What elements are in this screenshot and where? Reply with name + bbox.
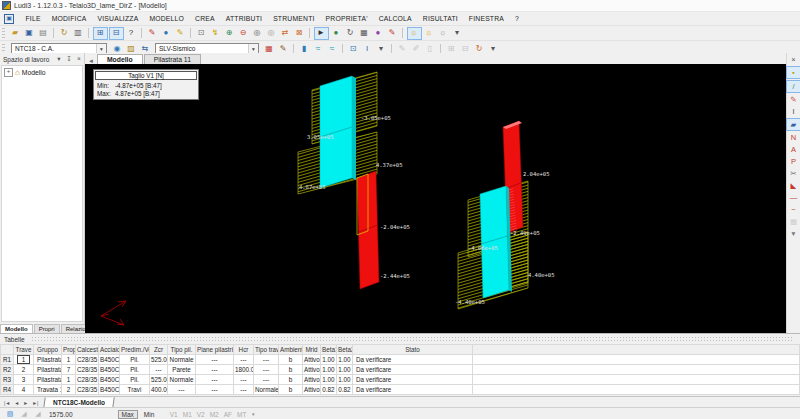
cell-mrid[interactable]: Attivo [303,375,321,385]
cell-gruppo[interactable]: Pilastrata 3 [34,375,62,385]
row-header[interactable]: R3 [1,375,14,385]
menu-visualizza[interactable]: VISUALIZZA [92,15,144,22]
row-header[interactable]: R1 [1,355,14,365]
column-header-zcr[interactable]: Zcr [150,345,168,355]
sheet-nav-3-icon[interactable]: ►| [30,400,40,406]
cell-gruppo[interactable]: Pilastrata 2 [34,365,62,375]
menu-file[interactable]: FILE [20,15,46,22]
column-header-calcestr[interactable]: Calcestr. [76,345,99,355]
cell-acciaio[interactable]: B450C [99,365,120,375]
pan-icon[interactable]: ⇄ [279,27,292,39]
pen-icon[interactable]: ✎ [146,27,159,39]
cell-piane-pilastri[interactable]: --- [196,355,234,365]
help-cursor-icon[interactable]: ? [125,27,138,39]
cell-tipo-trave[interactable]: --- [254,375,279,385]
cell-beta2[interactable]: 1.00 [337,355,353,365]
open-icon[interactable]: ▰ [9,27,22,39]
menu-modello[interactable]: MODELLO [144,15,190,22]
cell-acciaio[interactable]: B450C [99,375,120,385]
magnifier-minus-icon[interactable]: ◎ [265,27,278,39]
toolbar-grip[interactable] [2,28,5,38]
pointer-icon[interactable]: ► [314,27,329,40]
column-header-tipo-pil[interactable]: Tipo pil. [168,345,196,355]
row-header[interactable]: R2 [1,365,14,375]
cell-gruppo[interactable]: Pilastrata 1 [34,355,62,365]
cell-predim-ver[interactable]: Pil. [120,365,150,375]
label-a-icon[interactable]: A [787,144,800,155]
status-toggle-v1[interactable]: V1 [170,411,178,418]
cell-trave[interactable]: 3 [14,375,34,385]
spin-icon[interactable]: ↻ [344,27,357,39]
cell-zcr[interactable]: 400.00 [150,385,168,395]
menu-attributi[interactable]: ATTRIBUTI [220,15,267,22]
cell-tipo-pil[interactable]: Normale [168,355,196,365]
column-header-beta1[interactable]: Beta1 [321,345,337,355]
column-header-beta2[interactable]: Beta2 [337,345,353,355]
window-cascade-icon[interactable]: ⊟ [109,27,124,40]
cell-calcestr[interactable]: C28/35 [76,365,99,375]
pin-icon[interactable]: ↧ [65,53,74,65]
cell-trave[interactable]: 2 [14,365,34,375]
cell-tipo-pil[interactable]: Normale [168,375,196,385]
cell-gruppo[interactable]: Travata 1 [34,385,62,395]
redline-icon[interactable]: ✎ [386,27,399,39]
copy-icon[interactable]: ▤ [37,27,50,39]
table-row[interactable]: R22Pilastrata 27C28/35B450CPil.---Parete… [1,365,800,375]
cell-mrid[interactable]: Attivo [303,355,321,365]
status-toggle-m2[interactable]: M2 [210,411,219,418]
cell-predim-ver[interactable]: Travi [120,385,150,395]
cell-stato[interactable]: Da verificare [353,385,473,395]
tree-expander-icon[interactable]: + [4,68,13,77]
render-icon[interactable]: ● [330,27,343,39]
zoom-in-icon[interactable]: ⊕ [223,27,236,39]
cell-prop[interactable]: 7 [62,365,76,375]
cell-piane-pilastri[interactable]: --- [196,365,234,375]
cut-icon[interactable]: ✂ [787,168,800,179]
cell-predim-ver[interactable]: Pil. [120,375,150,385]
menu-crea[interactable]: CREA [190,15,221,22]
chevron-down-icon[interactable]: ▾ [96,44,106,53]
view-tab-pilastrata-11[interactable]: Pilastrata 11 [144,54,201,64]
close-workspace-icon[interactable]: × [75,53,84,65]
cell-hcr[interactable]: --- [234,355,254,365]
pencil-icon[interactable]: ✎ [787,94,800,105]
cell-stato[interactable]: Da verificare [353,365,473,375]
column-header-tipo-trave[interactable]: Tipo trave [254,345,279,355]
grid-icon[interactable]: ▦ [358,27,371,39]
flag-icon[interactable]: ◣ [787,180,800,191]
column-header-mrid[interactable]: Mrid [303,345,321,355]
cell-tipo-pil[interactable]: Parete [168,365,196,375]
menu-modifica[interactable]: MODIFICA [46,15,92,22]
cell-ambiente[interactable]: b [279,385,303,395]
cell-piane-pilastri[interactable]: --- [196,385,234,395]
chevron-down-icon[interactable]: ▾ [248,44,258,53]
menu-calcola[interactable]: CALCOLA [373,15,417,22]
cell-prop[interactable]: 1 [62,375,76,385]
flash-icon[interactable]: ↯ [209,27,222,39]
table-row[interactable]: R33Pilastrata 31C28/35B450CPil.525.00Nor… [1,375,800,385]
column-header-hcr[interactable]: Hcr [234,345,254,355]
cell-stato[interactable]: Da verificare [353,355,473,365]
column-header-predim-ver[interactable]: Predim./Ver. [120,345,150,355]
sheet-nav-2-icon[interactable]: ► [21,400,30,406]
menu-strumenti[interactable]: STRUMENTI [268,15,320,22]
panel-tab-modello[interactable]: Modello [0,324,33,333]
cell-zcr[interactable]: --- [150,365,168,375]
cell-tipo-trave[interactable]: --- [254,365,279,375]
sheet-nav-0-icon[interactable]: |◄ [2,400,12,406]
light-on-icon[interactable]: ☼ [407,27,422,40]
draw-line-icon[interactable]: / [786,80,800,93]
cell-ambiente[interactable]: b [279,375,303,385]
menu-risultati[interactable]: RISULTATI [417,15,463,22]
zoom-extents-icon[interactable]: ⊠ [293,27,306,39]
view-tab-modello[interactable]: Modello [97,54,143,64]
cell-tipo-trave[interactable]: Normale [254,385,279,395]
close-panel-icon[interactable]: × [787,54,800,65]
arc-icon[interactable]: ~ [787,204,800,215]
cell-tipo-pil[interactable]: --- [168,385,196,395]
cell-prop[interactable]: 1 [62,355,76,365]
toolbar-grip-2[interactable] [2,44,5,54]
cell-beta1[interactable]: 1.00 [321,375,337,385]
cell-zcr[interactable]: 525.00 [150,375,168,385]
globe-icon[interactable]: ● [160,27,173,39]
